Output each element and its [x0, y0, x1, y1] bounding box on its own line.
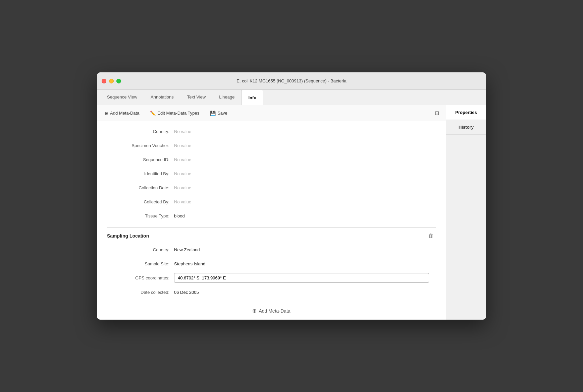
sidebar: Properties History	[446, 105, 486, 320]
label-sequence-id: Sequence ID:	[107, 157, 174, 162]
label-collected-by: Collected By:	[107, 199, 174, 204]
label-country-1: Country:	[107, 129, 174, 134]
tab-bar: Sequence View Annotations Text View Line…	[97, 90, 486, 105]
close-button[interactable]	[102, 79, 106, 83]
label-country-2: Country:	[107, 247, 174, 252]
value-tissue-type: blood	[174, 213, 185, 218]
form-row-gps: GPS coordinates:	[107, 273, 436, 283]
sidebar-tab-properties[interactable]: Properties	[446, 105, 486, 120]
value-country-1: No value	[174, 129, 191, 134]
tab-text-view[interactable]: Text View	[180, 90, 212, 105]
form-row-sequence-id: Sequence ID: No value	[107, 155, 436, 164]
label-gps: GPS coordinates:	[107, 275, 174, 280]
form-row-collected-by: Collected By: No value	[107, 197, 436, 206]
content-area: ⊕ Add Meta-Data ✏️ Edit Meta-Data Types …	[97, 105, 486, 320]
value-collection-date: No value	[174, 185, 191, 190]
tab-annotations[interactable]: Annotations	[144, 90, 180, 105]
value-sample-site: Stephens Island	[174, 261, 205, 266]
tab-sequence-view[interactable]: Sequence View	[100, 90, 144, 105]
main-window: E. coli K12 MG1655 (NC_000913) (Sequence…	[97, 72, 486, 320]
form-section-1: Country: No value Specimen Voucher: No v…	[97, 121, 446, 320]
value-identified-by: No value	[174, 171, 191, 176]
label-collection-date: Collection Date:	[107, 185, 174, 190]
tab-lineage[interactable]: Lineage	[212, 90, 241, 105]
form-row-country-1: Country: No value	[107, 127, 436, 136]
delete-sampling-section-button[interactable]: 🗑	[426, 232, 436, 240]
main-content: ⊕ Add Meta-Data ✏️ Edit Meta-Data Types …	[97, 105, 446, 320]
value-date-collected: 06 Dec 2005	[174, 290, 199, 295]
form-row-identified-by: Identified By: No value	[107, 169, 436, 178]
value-country-2: New Zealand	[174, 247, 200, 252]
form-row-collection-date: Collection Date: No value	[107, 183, 436, 192]
label-specimen-voucher: Specimen Voucher:	[107, 143, 174, 148]
sampling-location-title: Sampling Location	[107, 233, 426, 239]
titlebar: E. coli K12 MG1655 (NC_000913) (Sequence…	[97, 72, 486, 90]
edit-meta-data-types-button[interactable]: ✏️ Edit Meta-Data Types	[148, 109, 201, 117]
gps-input[interactable]	[174, 273, 429, 283]
form-row-date-collected: Date collected: 06 Dec 2005	[107, 287, 436, 297]
save-button[interactable]: 💾 Save	[208, 109, 229, 117]
label-date-collected: Date collected:	[107, 290, 174, 295]
plus-circle-bottom-icon: ⊕	[252, 308, 257, 314]
tab-info[interactable]: Info	[241, 90, 263, 105]
edit-icon: ✏️	[150, 111, 156, 116]
save-icon: 💾	[210, 111, 216, 116]
label-sample-site: Sample Site:	[107, 261, 174, 266]
form-row-tissue-type: Tissue Type: blood	[107, 211, 436, 220]
sidebar-tab-history[interactable]: History	[446, 120, 486, 135]
toolbar: ⊕ Add Meta-Data ✏️ Edit Meta-Data Types …	[97, 105, 446, 121]
window-controls	[102, 79, 121, 83]
value-specimen-voucher: No value	[174, 143, 191, 148]
sampling-location-header: Sampling Location 🗑	[107, 227, 436, 240]
label-identified-by: Identified By:	[107, 171, 174, 176]
label-tissue-type: Tissue Type:	[107, 213, 174, 218]
form-row-sample-site: Sample Site: Stephens Island	[107, 259, 436, 268]
form-row-specimen-voucher: Specimen Voucher: No value	[107, 141, 436, 150]
add-meta-data-button[interactable]: ⊕ Add Meta-Data	[102, 109, 141, 117]
value-sequence-id: No value	[174, 157, 191, 162]
plus-circle-icon: ⊕	[104, 111, 108, 116]
add-meta-data-bottom-button[interactable]: ⊕ Add Meta-Data	[247, 305, 296, 317]
maximize-button[interactable]	[116, 79, 121, 83]
value-collected-by: No value	[174, 199, 191, 204]
window-title: E. coli K12 MG1655 (NC_000913) (Sequence…	[236, 78, 346, 83]
form-row-country-2: Country: New Zealand	[107, 245, 436, 254]
expand-button[interactable]: ⊡	[433, 109, 440, 118]
minimize-button[interactable]	[109, 79, 114, 83]
